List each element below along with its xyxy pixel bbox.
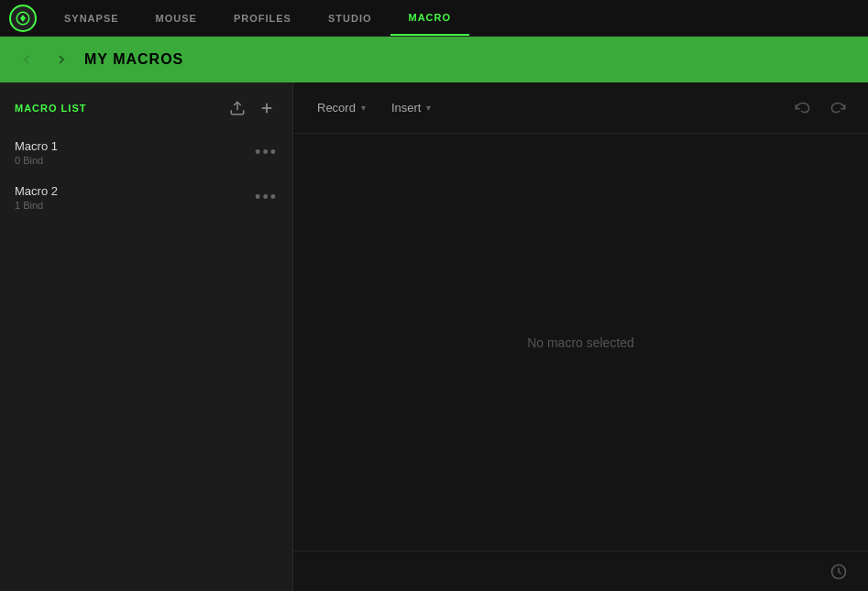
no-macro-text: No macro selected	[527, 335, 634, 350]
macro-list-title: MACRO LIST	[15, 103, 86, 114]
right-panel: Record ▾ Insert ▾	[293, 82, 868, 591]
forward-button[interactable]	[49, 48, 73, 71]
insert-button[interactable]: Insert ▾	[382, 95, 441, 120]
insert-chevron: ▾	[426, 103, 431, 113]
macro-item-bind: 0 Bind	[15, 155, 58, 166]
nav-item-synapse[interactable]: SYNAPSE	[46, 0, 137, 36]
macro-item-menu-button[interactable]: •••	[255, 188, 278, 207]
undo-button[interactable]	[787, 93, 817, 123]
page-header: MY MACROS	[0, 37, 868, 82]
nav-item-profiles[interactable]: PROFILES	[215, 0, 310, 36]
macro-item-name: Macro 1	[15, 139, 58, 153]
right-toolbar: Record ▾ Insert ▾	[293, 82, 868, 134]
nav-item-macro[interactable]: MACRO	[390, 0, 470, 36]
nav-item-mouse[interactable]: MOUSE	[137, 0, 215, 36]
back-button[interactable]	[15, 48, 38, 71]
right-footer	[293, 551, 868, 591]
record-button[interactable]: Record ▾	[308, 95, 375, 120]
record-chevron: ▾	[361, 103, 366, 113]
macro-list-actions	[226, 97, 278, 119]
page-title: MY MACROS	[84, 51, 183, 68]
macro-list-header: MACRO LIST	[0, 97, 292, 130]
redo-button[interactable]	[824, 93, 853, 123]
macro-item-menu-button[interactable]: •••	[255, 143, 278, 162]
left-panel: MACRO LIST	[0, 82, 293, 591]
main-content: MACRO LIST	[0, 82, 868, 591]
macro-item[interactable]: Macro 1 0 Bind •••	[0, 130, 292, 175]
history-button[interactable]	[824, 557, 853, 586]
right-content: No macro selected	[293, 134, 868, 551]
logo-icon	[9, 5, 37, 32]
macro-items: Macro 1 0 Bind ••• Macro 2 1 Bind •••	[0, 130, 292, 576]
macro-item-info: Macro 1 0 Bind	[15, 139, 58, 166]
macro-item-name: Macro 2	[15, 184, 58, 198]
logo	[0, 0, 46, 36]
nav-item-studio[interactable]: STUDIO	[310, 0, 390, 36]
top-nav: SYNAPSE MOUSE PROFILES STUDIO MACRO	[0, 0, 868, 37]
toolbar-separator	[787, 93, 853, 123]
add-macro-button[interactable]	[256, 97, 278, 119]
macro-item-bind: 1 Bind	[15, 200, 58, 211]
macro-item[interactable]: Macro 2 1 Bind •••	[0, 175, 292, 220]
nav-items: SYNAPSE MOUSE PROFILES STUDIO MACRO	[46, 0, 868, 36]
macro-item-info: Macro 2 1 Bind	[15, 184, 58, 211]
export-button[interactable]	[226, 97, 248, 119]
